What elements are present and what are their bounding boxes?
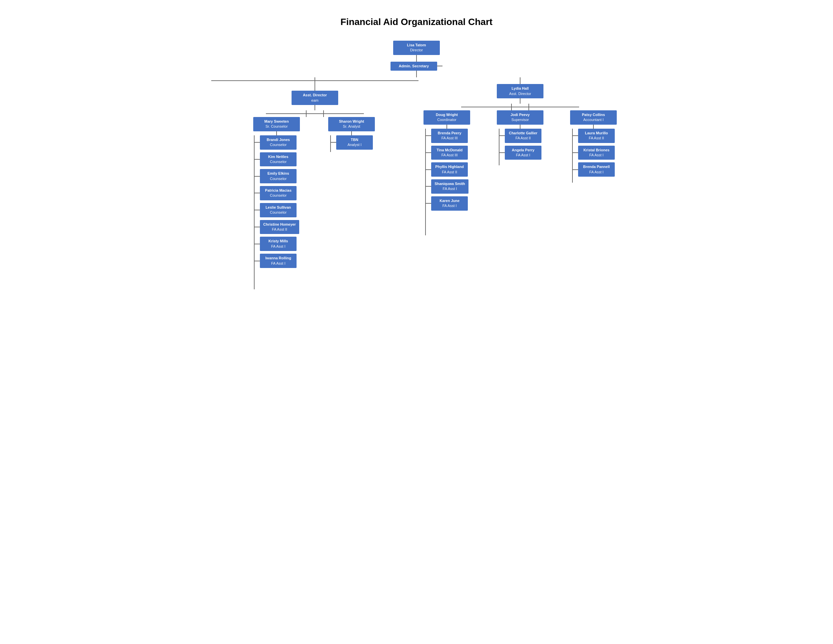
leslie-sullivan-item: Leslie Sullivan Counselor	[254, 203, 299, 217]
christine-homeyer-node: Christine Homeyer FA Asst II	[260, 220, 299, 234]
leslie-sullivan-node: Leslie Sullivan Counselor	[260, 203, 297, 217]
angela-perry-node: Angela Perry FA Asst I	[505, 146, 542, 160]
org-chart: Lisa Tatom Director Admin. Secretary	[6, 41, 827, 289]
right-branch: Lydia Hall Asst. Director	[418, 77, 622, 235]
kristy-mills-item: Kristy Mills FA Asst I	[254, 237, 299, 251]
jodi-peevy-node: Jodi Peevy Supervisor	[497, 110, 544, 125]
admin-secretary-node: Admin. Secretary	[391, 62, 437, 71]
doug-wright-node: Doug Wright Coordinator	[423, 110, 470, 125]
kristal-briones-node: Kristal Briones FA Asst I	[578, 146, 615, 160]
brenda-pannell-node: Brenda Pannell FA Asst I	[578, 162, 615, 177]
brandi-jones-item: Brandi Jones Counselor	[254, 135, 299, 150]
karen-june-node: Karen June FA Asst I	[431, 196, 468, 211]
sharon-wright-reports: TBN Analyst I	[330, 135, 373, 152]
kristy-mills-node: Kristy Mills FA Asst I	[260, 237, 297, 251]
doug-wright-col: Doug Wright Coordinator	[418, 110, 475, 235]
sharon-wright-col: Sharon Wright Sr. Analyst	[323, 117, 380, 152]
kim-nettles-item: Kim Nettles Counselor	[254, 152, 299, 167]
brandi-jones-node: Brandi Jones Counselor	[260, 135, 297, 150]
phyllis-highland-node: Phyllis Highland FA Asst II	[431, 162, 468, 177]
admin-row: Admin. Secretary	[391, 62, 442, 71]
mary-sweeten-reports: Brandi Jones Counselor	[254, 135, 299, 289]
patricia-macias-item: Patricia Macias Counselor	[254, 186, 299, 200]
emily-elkins-node: Emily Elkins Counselor	[260, 169, 297, 184]
brenda-peery-node: Brenda Peery FA Asst III	[431, 129, 468, 143]
emily-elkins-item: Emily Elkins Counselor	[254, 169, 299, 184]
tina-mcdonald-node: Tina McDonald FA Asst III	[431, 146, 468, 160]
patsy-collins-node: Patsy Collins Accountant I	[570, 110, 617, 125]
tbn-node: TBN Analyst I	[336, 135, 373, 150]
patricia-macias-node: Patricia Macias Counselor	[260, 186, 297, 200]
page-title: Financial Aid Organizational Chart	[6, 17, 827, 27]
sharon-wright-node: Sharon Wright Sr. Analyst	[328, 117, 375, 131]
mary-sweeten-node: Mary Sweeten Sr. Counselor	[253, 117, 300, 131]
iwanna-rolling-item: Iwanna Rolling FA Asst I	[254, 254, 299, 268]
shaniquwa-smith-node: Shaniquwa Smith FA Asst I	[431, 179, 468, 194]
patsy-collins-reports: Laura Murillo FA Asst II	[572, 129, 615, 183]
asst-dir-left-col: Asst. Director eam	[250, 84, 380, 289]
director-branch: Lisa Tatom Director Admin. Secretary	[211, 41, 622, 289]
charlotte-gallier-node: Charlotte Gallier FA Asst II	[505, 129, 542, 143]
laura-murillo-node: Laura Murillo FA Asst II	[578, 129, 615, 143]
asst-director-left-node: Asst. Director eam	[291, 91, 338, 105]
mary-sweeten-col: Mary Sweeten Sr. Counselor	[250, 117, 303, 289]
christine-homeyer-item: Christine Homeyer FA Asst II	[254, 220, 299, 234]
jodi-peevy-col: Jodi Peevy Supervisor	[492, 110, 548, 165]
level2-container: Asst. Director eam	[211, 71, 622, 289]
doug-wright-reports: Brenda Peery FA Asst III	[425, 129, 468, 235]
jodi-peevy-reports: Charlotte Gallier FA Asst II	[499, 129, 542, 165]
line-dir-admin	[416, 55, 417, 62]
kim-nettles-node: Kim Nettles Counselor	[260, 152, 297, 167]
iwanna-rolling-node: Iwanna Rolling FA Asst I	[260, 254, 297, 268]
tbn-item: TBN Analyst I	[331, 135, 373, 150]
lydia-hall-node: Lydia Hall Asst. Director	[497, 84, 544, 98]
director-node: Lisa Tatom Director	[393, 41, 440, 55]
admin-dash	[437, 66, 442, 66]
patsy-collins-col: Patsy Collins Accountant I	[565, 110, 622, 183]
left-branch: Asst. Director eam	[211, 77, 418, 289]
